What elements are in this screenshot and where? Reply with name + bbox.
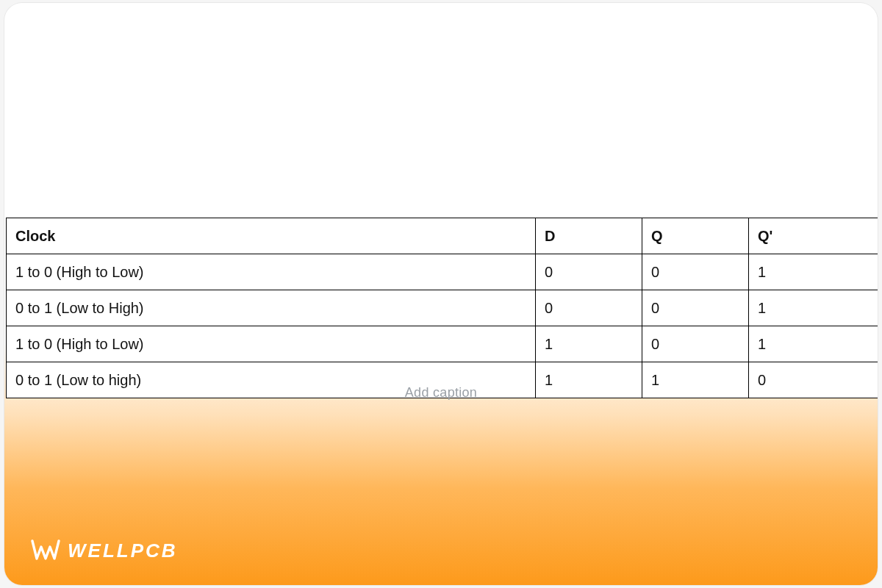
brand-logo: WELLPCB bbox=[31, 538, 178, 563]
col-header-clock: Clock bbox=[7, 218, 536, 254]
col-header-d: D bbox=[536, 218, 642, 254]
cell-qprime: 1 bbox=[749, 254, 878, 290]
truth-table-container: Clock D Q Q' 1 to 0 (High to Low) 0 0 1 … bbox=[6, 218, 878, 398]
cell-clock: 0 to 1 (Low to High) bbox=[7, 290, 536, 326]
truth-table: Clock D Q Q' 1 to 0 (High to Low) 0 0 1 … bbox=[6, 218, 878, 398]
cell-q: 0 bbox=[642, 326, 749, 362]
wellpcb-logo-icon bbox=[31, 538, 60, 563]
table-row: 1 to 0 (High to Low) 1 0 1 bbox=[7, 326, 878, 362]
table-header-row: Clock D Q Q' bbox=[7, 218, 878, 254]
cell-qprime: 1 bbox=[749, 290, 878, 326]
brand-name: WELLPCB bbox=[68, 539, 178, 562]
cell-clock: 1 to 0 (High to Low) bbox=[7, 254, 536, 290]
cell-d: 0 bbox=[536, 254, 642, 290]
card-container: Clock D Q Q' 1 to 0 (High to Low) 0 0 1 … bbox=[4, 3, 878, 585]
table-row: 0 to 1 (Low to High) 0 0 1 bbox=[7, 290, 878, 326]
cell-d: 0 bbox=[536, 290, 642, 326]
table-row: 1 to 0 (High to Low) 0 0 1 bbox=[7, 254, 878, 290]
cell-q: 0 bbox=[642, 254, 749, 290]
col-header-qprime: Q' bbox=[749, 218, 878, 254]
caption-placeholder: Add caption bbox=[4, 385, 878, 401]
cell-q: 0 bbox=[642, 290, 749, 326]
cell-qprime: 1 bbox=[749, 326, 878, 362]
cell-clock: 1 to 0 (High to Low) bbox=[7, 326, 536, 362]
cell-d: 1 bbox=[536, 326, 642, 362]
col-header-q: Q bbox=[642, 218, 749, 254]
